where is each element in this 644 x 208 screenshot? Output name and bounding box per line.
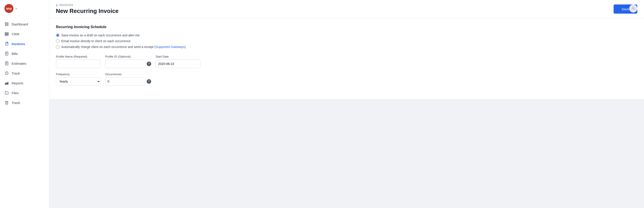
- start-date-input[interactable]: [156, 60, 200, 68]
- sidebar-item-invoices[interactable]: + Invoices: [0, 39, 49, 49]
- page-title: New Recurring Invoice: [56, 7, 118, 14]
- svg-rect-3: [7, 24, 8, 26]
- sidebar-item-files[interactable]: Files: [0, 88, 49, 98]
- breadcrumb-label: INVOICES: [59, 3, 73, 7]
- bills-icon: [4, 51, 9, 56]
- frequency-label: Frequency: [56, 73, 100, 76]
- svg-rect-5: [5, 34, 8, 35]
- avatar[interactable]: [629, 4, 637, 12]
- radio-input-charge[interactable]: [56, 45, 60, 49]
- header-left: ❮ INVOICES New Recurring Invoice: [56, 3, 118, 14]
- sidebar-item-label: Estimates: [12, 62, 26, 65]
- sidebar: anp ∨ Dashboard CRM + Invoices: [0, 0, 49, 208]
- profile-name-input[interactable]: [56, 60, 100, 68]
- radio-group: Save invoice as a draft on each occurren…: [56, 33, 637, 49]
- page-header: ❮ INVOICES New Recurring Invoice Save: [49, 0, 644, 18]
- files-icon: [4, 91, 9, 95]
- sidebar-item-label: Dashboard: [12, 22, 28, 26]
- sidebar-item-label: CRM: [12, 32, 19, 36]
- occurrences-input[interactable]: [105, 77, 145, 86]
- occurrences-label: Occurrences: [105, 73, 151, 76]
- form-row-2: Frequency Yearly Monthly Weekly Daily Oc…: [56, 73, 637, 86]
- nav-menu: Dashboard CRM + Invoices Bills: [0, 17, 49, 208]
- sidebar-item-label: Invoices: [12, 42, 25, 46]
- sidebar-item-reports[interactable]: Reports: [0, 78, 49, 88]
- radio-label-draft: Save invoice as a draft on each occurren…: [61, 33, 140, 37]
- logo-chevron-icon: ∨: [15, 7, 17, 10]
- sidebar-item-label: Files: [12, 91, 19, 95]
- supported-gateways-link[interactable]: Supported Gateways: [156, 45, 185, 49]
- content-area: Recurring Invoicing Schedule Save invoic…: [49, 18, 644, 208]
- svg-rect-4: [5, 32, 8, 33]
- sidebar-item-label: Bills: [12, 52, 18, 56]
- svg-rect-17: [5, 62, 8, 65]
- track-icon: [4, 71, 9, 75]
- sidebar-item-crm[interactable]: CRM: [0, 29, 49, 39]
- profile-id-help-icon[interactable]: ?: [147, 62, 151, 66]
- sidebar-item-label: Trash: [12, 101, 20, 105]
- occurrences-group: Occurrences ?: [105, 73, 151, 86]
- radio-input-email[interactable]: [56, 39, 60, 43]
- dashboard-icon: [4, 22, 9, 26]
- main-content: ❮ INVOICES New Recurring Invoice Save Re…: [49, 0, 644, 208]
- profile-id-label: Profile ID (Optional): [105, 55, 151, 58]
- sidebar-item-trash[interactable]: Trash: [0, 98, 49, 107]
- svg-rect-0: [5, 22, 6, 24]
- breadcrumb: ❮ INVOICES: [56, 3, 118, 7]
- profile-name-group: Profile Name (Required): [56, 55, 100, 68]
- sidebar-item-bills[interactable]: Bills: [0, 49, 49, 58]
- radio-label-email: Email invoice directly to client on each…: [61, 39, 130, 43]
- profile-name-label: Profile Name (Required): [56, 55, 100, 58]
- radio-option-charge[interactable]: Automatically charge client on each occu…: [56, 45, 637, 49]
- radio-option-email[interactable]: Email invoice directly to client on each…: [56, 39, 637, 43]
- sidebar-item-track[interactable]: Track: [0, 68, 49, 78]
- profile-id-input-wrapper: ?: [105, 60, 151, 68]
- crm-icon: [4, 32, 9, 36]
- trash-icon: [4, 101, 9, 105]
- profile-id-group: Profile ID (Optional) ?: [105, 55, 151, 68]
- start-date-label: Start Date: [156, 55, 200, 58]
- svg-rect-6: [5, 35, 8, 36]
- reports-icon: [4, 81, 9, 85]
- invoices-icon: +: [4, 41, 9, 46]
- radio-label-charge: Automatically charge client on each occu…: [61, 45, 186, 49]
- svg-text:+: +: [8, 42, 8, 43]
- breadcrumb-chevron-icon: ❮: [56, 4, 58, 7]
- frequency-select[interactable]: Yearly Monthly Weekly Daily: [56, 77, 100, 86]
- svg-point-30: [632, 7, 634, 8]
- section-title: Recurring Invoicing Schedule: [56, 25, 637, 29]
- logo-mark: anp: [4, 4, 14, 13]
- sidebar-item-estimates[interactable]: Estimates: [0, 58, 49, 68]
- radio-option-draft[interactable]: Save invoice as a draft on each occurren…: [56, 33, 637, 37]
- form-row-1: Profile Name (Required) Profile ID (Opti…: [56, 55, 637, 68]
- profile-id-input[interactable]: [105, 60, 145, 68]
- sidebar-item-label: Track: [12, 71, 20, 75]
- svg-rect-1: [7, 22, 8, 24]
- estimates-icon: [4, 61, 9, 66]
- user-avatar-area[interactable]: [629, 4, 637, 12]
- frequency-group: Frequency Yearly Monthly Weekly Daily: [56, 73, 100, 86]
- svg-rect-2: [5, 24, 6, 26]
- sidebar-item-label: Reports: [12, 81, 24, 85]
- occurrences-help-icon[interactable]: ?: [147, 79, 151, 84]
- start-date-group: Start Date: [156, 55, 200, 68]
- form-card: Recurring Invoicing Schedule Save invoic…: [49, 18, 644, 99]
- sidebar-item-dashboard[interactable]: Dashboard: [0, 19, 49, 29]
- radio-input-draft[interactable]: [56, 33, 60, 37]
- occurrences-input-wrapper: ?: [105, 77, 151, 86]
- logo[interactable]: anp ∨: [0, 0, 49, 17]
